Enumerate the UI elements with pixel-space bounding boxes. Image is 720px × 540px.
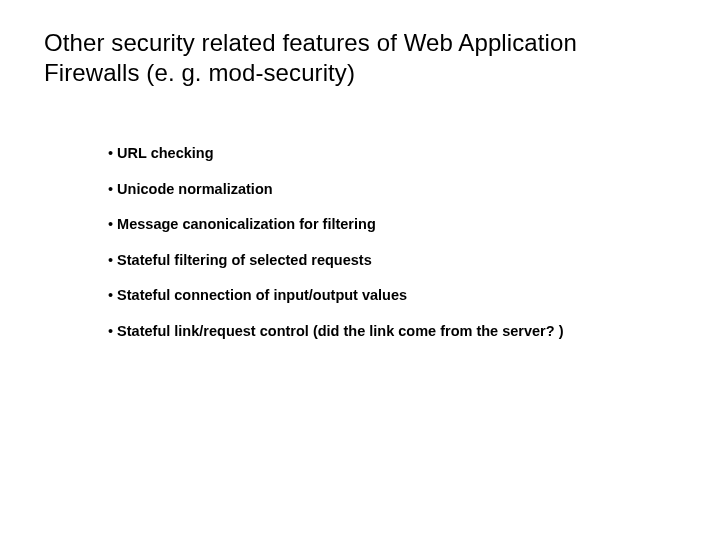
- list-item-text: Stateful filtering of selected requests: [117, 252, 372, 268]
- slide-title: Other security related features of Web A…: [44, 28, 604, 88]
- list-item: • Stateful link/request control (did the…: [108, 322, 608, 342]
- list-item: • Unicode normalization: [108, 180, 608, 200]
- list-item: • Stateful filtering of selected request…: [108, 251, 608, 271]
- bullet-list: • URL checking • Unicode normalization •…: [108, 144, 608, 341]
- slide: Other security related features of Web A…: [0, 0, 720, 540]
- list-item-text: Message canonicalization for filtering: [117, 216, 376, 232]
- list-item-text: Stateful connection of input/output valu…: [117, 287, 407, 303]
- list-item-text: Unicode normalization: [117, 181, 273, 197]
- list-item-text: Stateful link/request control (did the l…: [117, 323, 563, 339]
- list-item: • Message canonicalization for filtering: [108, 215, 608, 235]
- list-item-text: URL checking: [117, 145, 213, 161]
- list-item: • Stateful connection of input/output va…: [108, 286, 608, 306]
- list-item: • URL checking: [108, 144, 608, 164]
